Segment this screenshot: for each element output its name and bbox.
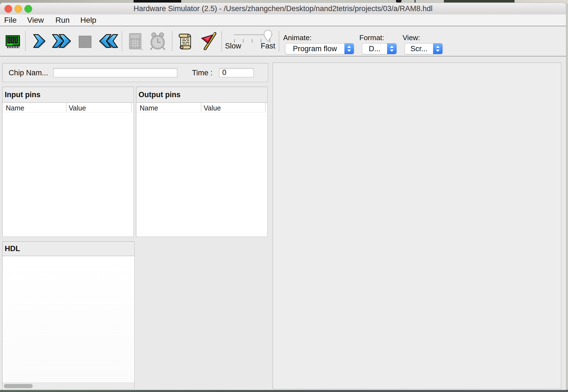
clock-button [149, 32, 166, 51]
column-header-name: Name [140, 104, 158, 112]
toolbar-separator [279, 31, 279, 51]
hdl-panel: HDL [2, 241, 135, 390]
chip-display-panel [273, 63, 561, 389]
close-button[interactable] [4, 5, 12, 13]
menu-help[interactable]: Help [80, 16, 96, 25]
toolbar-separator [122, 31, 122, 51]
column-header-name: Name [6, 104, 24, 112]
input-pins-table-header: Name Value [2, 103, 134, 112]
output-pins-header: Output pins [136, 87, 267, 103]
toolbar-separator [25, 31, 26, 51]
input-pins-panel: Input pins Name Value [2, 87, 134, 237]
format-selected-value: D... [362, 43, 387, 54]
view-label: View: [403, 33, 420, 42]
desktop-bottom-strip [0, 390, 568, 392]
memory-chip-icon [6, 46, 21, 50]
toolbar-separator [221, 31, 222, 51]
menu-run[interactable]: Run [55, 16, 70, 25]
format-select[interactable]: D... [362, 43, 397, 54]
output-pins-title: Output pins [139, 91, 180, 99]
window-title: Hardware Simulator (2.5) - /Users/zhangc… [36, 3, 530, 14]
chevron-up-down-icon [387, 43, 396, 54]
background-icon-fragment [415, 0, 416, 3]
animate-select[interactable]: Program flow [285, 43, 354, 54]
column-header-value: Value [204, 104, 221, 112]
breakpoint-flag-icon [199, 47, 218, 51]
slider-tick [252, 39, 252, 43]
zoom-button[interactable] [24, 5, 32, 13]
menu-view[interactable]: View [27, 16, 44, 25]
time-value-field: 0 [219, 68, 254, 77]
chevron-up-down-icon [433, 43, 442, 54]
chip-name-label: Chip Nam... [9, 69, 48, 77]
output-pins-table[interactable]: Name Value [136, 103, 267, 237]
output-pins-table-header: Name Value [136, 103, 267, 112]
time-label: Time : [192, 69, 213, 77]
column-divider [265, 103, 266, 112]
view-hdl-button[interactable] [178, 33, 193, 51]
slider-tick [243, 39, 244, 43]
toolbar-separator [172, 31, 172, 51]
output-pins-panel: Output pins Name Value [136, 87, 268, 237]
calculator-button [127, 33, 144, 51]
animate-selected-value: Program flow [285, 43, 344, 54]
run-icon [51, 46, 72, 50]
stop-icon [79, 45, 91, 49]
slider-fast-label: Fast [261, 42, 275, 50]
input-pins-header: Input pins [2, 87, 134, 103]
input-pins-table[interactable]: Name Value [2, 103, 134, 237]
scrollbar-thumb[interactable] [4, 384, 33, 388]
view-selected-value: Scr... [405, 43, 433, 54]
titlebar: Hardware Simulator (2.5) - /Users/zhangc… [0, 3, 566, 15]
hdl-header: HDL [2, 242, 134, 256]
speed-slider-thumb[interactable] [263, 30, 273, 43]
script-scroll-icon [178, 47, 193, 51]
run-button[interactable] [51, 33, 72, 50]
view-select[interactable]: Scr... [405, 43, 443, 54]
column-header-value: Value [69, 104, 86, 112]
breakpoints-button[interactable] [199, 32, 218, 51]
hdl-title: HDL [5, 244, 20, 253]
animate-label: Animate: [283, 33, 312, 42]
hdl-code-area[interactable] [2, 256, 134, 383]
menu-bar: File View Run Help [0, 14, 566, 26]
hardware-simulator-window: Hardware Simulator (2.5) - /Users/zhangc… [0, 3, 566, 390]
load-chip-button[interactable] [6, 34, 21, 50]
column-divider [201, 103, 201, 112]
chip-name-input[interactable] [53, 68, 177, 77]
column-divider [131, 103, 132, 112]
hdl-horizontal-scrollbar[interactable] [2, 383, 134, 390]
single-step-button[interactable] [32, 33, 47, 50]
slider-slow-label: Slow [225, 42, 241, 50]
toolbar: Slow Fast Animate: Program flow Format: … [0, 26, 566, 56]
column-divider [66, 103, 66, 112]
menu-file[interactable]: File [4, 16, 17, 25]
stop-button [79, 36, 91, 49]
single-step-icon [32, 46, 47, 50]
minimize-button[interactable] [14, 5, 22, 13]
chip-name-bar: Chip Nam... Time : 0 [2, 63, 268, 82]
chevron-up-down-icon [344, 43, 354, 54]
reset-button[interactable] [98, 33, 119, 50]
format-label: Format: [359, 33, 384, 42]
reset-icon [98, 46, 119, 50]
clock-icon [149, 47, 166, 51]
calculator-icon [127, 47, 144, 51]
input-pins-title: Input pins [5, 91, 40, 99]
